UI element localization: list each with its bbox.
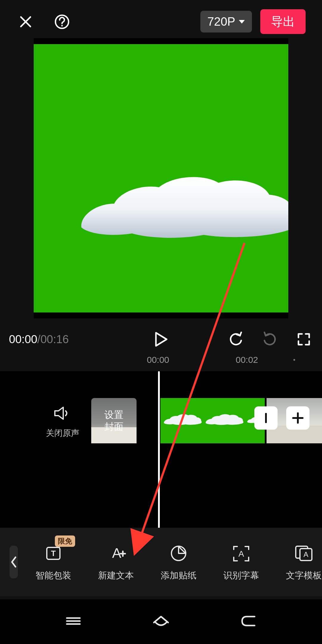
- text-template-icon: A: [294, 544, 314, 562]
- svg-text:A: A: [239, 549, 244, 558]
- total-time: 00:16: [41, 333, 69, 346]
- video-canvas: [34, 44, 288, 312]
- timeline-ruler[interactable]: 00:00 00:02: [0, 355, 322, 370]
- undo-button[interactable]: [227, 330, 245, 349]
- svg-rect-2: [265, 413, 267, 423]
- cover-line2: 封面: [104, 421, 123, 433]
- set-cover-button[interactable]: 设置 封面: [91, 398, 137, 443]
- transition-icon: [261, 412, 270, 424]
- fullscreen-button[interactable]: [295, 330, 313, 349]
- cover-line1: 设置: [104, 409, 123, 421]
- nav-home-icon: [151, 614, 171, 628]
- cloud-image: [78, 175, 288, 244]
- cloud-thumbnail-icon: [205, 412, 244, 428]
- redo-icon: [262, 332, 278, 347]
- tool-add-sticker[interactable]: 添加贴纸: [155, 543, 202, 582]
- ruler-mark: 00:02: [236, 355, 258, 365]
- tool-label: 识别字幕: [223, 569, 259, 582]
- top-header: 720P 导出: [0, 6, 322, 37]
- mute-label: 关闭原声: [45, 428, 80, 439]
- chevron-down-icon: [239, 20, 245, 24]
- svg-point-1: [61, 25, 63, 26]
- close-icon: [18, 15, 33, 29]
- undo-icon: [228, 332, 244, 347]
- preview-area[interactable]: [34, 38, 288, 318]
- chevron-left-icon: [10, 555, 18, 569]
- play-icon: [154, 332, 168, 347]
- tool-smart-packaging[interactable]: 限免 T 智能包装: [30, 543, 77, 582]
- plus-icon: [291, 411, 304, 425]
- nav-back-icon: [240, 614, 258, 628]
- playhead[interactable]: [158, 371, 160, 538]
- export-button[interactable]: 导出: [260, 9, 306, 34]
- bottom-toolbar: 限免 T 智能包装 A 新建文本 添加贴纸 A 识别字幕 A: [0, 528, 322, 596]
- help-icon: [54, 14, 70, 30]
- fullscreen-icon: [297, 332, 311, 346]
- transition-button[interactable]: [254, 406, 278, 430]
- current-time: 00:00: [9, 333, 37, 346]
- new-text-icon: A: [106, 545, 126, 562]
- badge-limited-free: 限免: [55, 535, 75, 547]
- time-separator: /: [37, 333, 41, 346]
- recognize-subtitles-icon: A: [232, 544, 250, 563]
- sticker-icon: [170, 544, 188, 562]
- redo-button[interactable]: [261, 330, 279, 349]
- speaker-icon: [54, 405, 72, 421]
- timeline-clip-1[interactable]: [160, 398, 265, 443]
- timeline-area[interactable]: 关闭原声 设置 封面: [0, 371, 322, 528]
- nav-recents-icon: [64, 614, 82, 628]
- resolution-select[interactable]: 720P: [200, 11, 252, 32]
- nav-home-button[interactable]: [151, 614, 171, 630]
- close-button[interactable]: [16, 13, 35, 31]
- cloud-thumbnail-icon: [163, 412, 202, 428]
- system-nav-bar: [0, 599, 322, 644]
- export-label: 导出: [271, 15, 295, 28]
- ruler-dot: [293, 359, 295, 361]
- tool-new-text[interactable]: A 新建文本: [92, 543, 140, 582]
- tool-label: 新建文本: [98, 569, 134, 582]
- svg-text:A: A: [112, 545, 121, 561]
- mute-audio-button[interactable]: 关闭原声: [45, 405, 80, 439]
- resolution-label: 720P: [208, 15, 235, 28]
- tool-text-template[interactable]: A 文字模板: [280, 543, 322, 582]
- playback-controls: 00:00 / 00:16: [0, 327, 322, 351]
- svg-text:T: T: [51, 549, 56, 558]
- ruler-mark: 00:00: [147, 355, 169, 365]
- tool-label: 添加贴纸: [161, 569, 196, 582]
- svg-text:A: A: [304, 550, 308, 558]
- tool-label: 智能包装: [35, 569, 71, 582]
- nav-recents-button[interactable]: [64, 614, 82, 629]
- tool-label: 文字模板: [286, 569, 322, 582]
- nav-back-button[interactable]: [240, 614, 258, 629]
- tool-recognize-subtitles[interactable]: A 识别字幕: [218, 543, 265, 582]
- add-clip-button[interactable]: [286, 406, 309, 430]
- toolbar-back-button[interactable]: [10, 546, 18, 578]
- help-button[interactable]: [53, 13, 71, 31]
- play-button[interactable]: [152, 330, 170, 349]
